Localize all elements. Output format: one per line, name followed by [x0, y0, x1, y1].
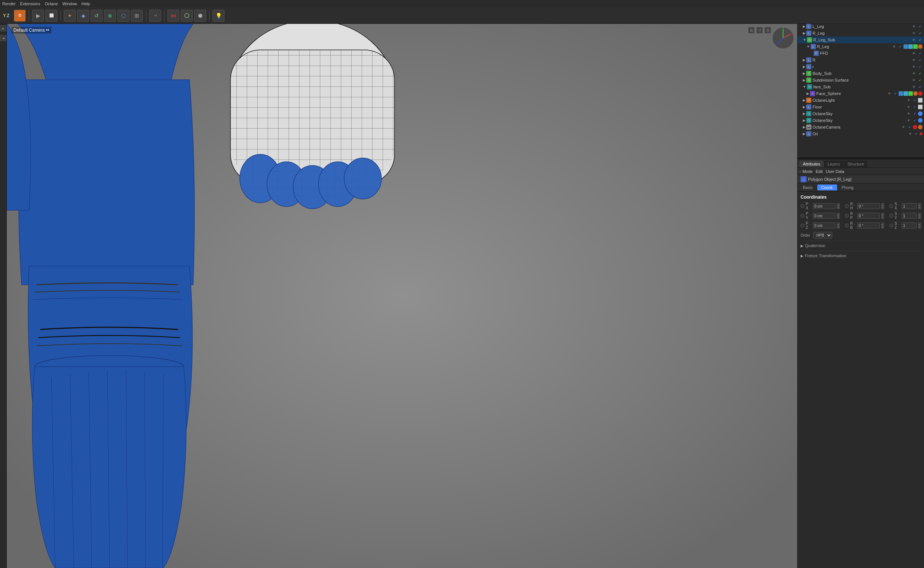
- enable-btn[interactable]: ✔: [913, 131, 919, 136]
- menu-help[interactable]: Help: [81, 2, 90, 6]
- visibility-btn[interactable]: 👁: [906, 111, 911, 116]
- left-tool-2[interactable]: ◀: [0, 35, 6, 41]
- viewport[interactable]: Default Camera •• X Y Z ⊞ ↺ ⚙: [7, 24, 797, 568]
- freeze-transformation-header[interactable]: ▶ Freeze Transformation: [801, 253, 921, 259]
- radio-sz[interactable]: [889, 224, 893, 227]
- viewport-settings-btn[interactable]: ⚙: [764, 27, 771, 33]
- input-rh[interactable]: [857, 203, 880, 209]
- spin-up-px[interactable]: ▲: [837, 204, 839, 206]
- list-item[interactable]: ▶ S Body_Sub 👁 ✔: [798, 70, 924, 77]
- list-item[interactable]: ▼ L R_Leg 👁 ✔: [798, 43, 924, 50]
- rotate-btn[interactable]: ↺: [91, 10, 103, 22]
- subtab-phong[interactable]: Phong: [838, 184, 857, 190]
- render-region-btn[interactable]: ⬜: [45, 10, 57, 22]
- axis-btn[interactable]: ⊣: [149, 10, 161, 22]
- grid-btn[interactable]: ⊞: [131, 10, 143, 22]
- input-rp[interactable]: [857, 213, 880, 219]
- input-sz[interactable]: [901, 222, 916, 228]
- enable-btn[interactable]: ✔: [917, 30, 922, 36]
- attr-menu-edit[interactable]: Edit: [815, 169, 823, 174]
- list-item-subdivision-surface[interactable]: ▶ S Subdivision Surface 👁 ✔: [798, 77, 924, 83]
- enable-btn[interactable]: ✔: [912, 118, 917, 123]
- spin-up-sz[interactable]: ▲: [918, 223, 921, 225]
- sculpt-btn[interactable]: ⬢: [194, 10, 206, 22]
- render-btn[interactable]: ▶: [32, 10, 44, 22]
- radio-pz[interactable]: [801, 224, 804, 227]
- attr-menu-userdata[interactable]: User Data: [826, 169, 844, 174]
- spin-rb[interactable]: ▲ ▼: [881, 222, 884, 228]
- quaternion-header[interactable]: ▶ Quaternion: [801, 243, 921, 249]
- visibility-btn[interactable]: 👁: [906, 118, 911, 123]
- spin-rh[interactable]: ▲ ▼: [881, 203, 884, 209]
- visibility-btn[interactable]: 👁: [907, 131, 913, 136]
- spin-pz[interactable]: ▲ ▼: [837, 222, 840, 228]
- spin-up-sy[interactable]: ▲: [918, 213, 921, 216]
- spin-down-pz[interactable]: ▼: [837, 225, 839, 228]
- list-item[interactable]: ▶ A Face_Sphere 👁 ✔: [798, 90, 924, 97]
- list-item[interactable]: ▶ O OctaneSky 👁 ✔: [798, 117, 924, 124]
- enable-btn[interactable]: ✔: [917, 64, 922, 69]
- enable-btn[interactable]: ✔: [907, 124, 912, 130]
- menu-window[interactable]: Window: [62, 2, 77, 6]
- scale-btn[interactable]: ⊕: [104, 10, 116, 22]
- visibility-btn[interactable]: 👁: [911, 57, 916, 63]
- list-item[interactable]: ▶ 📷 OctaneCamera 👁 ✔: [798, 124, 924, 130]
- spin-sx[interactable]: ▲ ▼: [918, 203, 921, 209]
- menu-extensions[interactable]: Extensions: [20, 2, 40, 6]
- spin-rp[interactable]: ▲ ▼: [881, 213, 884, 219]
- input-sy[interactable]: [901, 213, 916, 219]
- enable-btn[interactable]: ✔: [912, 111, 917, 116]
- visibility-btn[interactable]: 👁: [906, 104, 911, 110]
- visibility-btn[interactable]: 👁: [911, 84, 916, 89]
- input-sx[interactable]: [901, 203, 916, 209]
- visibility-btn[interactable]: 👁: [901, 124, 906, 130]
- list-item[interactable]: ▶ L Ori 👁 ✔: [798, 130, 924, 137]
- visibility-btn[interactable]: 👁: [911, 71, 916, 76]
- menu-octane[interactable]: Octane: [45, 2, 58, 6]
- spin-up-rp[interactable]: ▲: [882, 213, 884, 216]
- enable-btn[interactable]: ✔: [917, 77, 922, 83]
- attr-menu-mode[interactable]: ≡ Mode: [799, 169, 812, 174]
- visibility-btn[interactable]: 👁: [911, 64, 916, 69]
- spin-down-rh[interactable]: ▼: [882, 206, 884, 209]
- spin-up-sx[interactable]: ▲: [918, 204, 921, 206]
- order-select[interactable]: HPB PHB BPH: [813, 232, 832, 239]
- visibility-btn[interactable]: 👁: [906, 98, 911, 103]
- spin-up-rb[interactable]: ▲: [882, 223, 884, 225]
- enable-btn[interactable]: ✔: [917, 51, 922, 56]
- list-item[interactable]: ▼ S R_Leg_Sub 👁 ✔: [798, 36, 924, 43]
- spin-sy[interactable]: ▲ ▼: [918, 213, 921, 219]
- radio-sx[interactable]: [889, 204, 893, 208]
- polygon-btn[interactable]: ⬡: [118, 10, 129, 22]
- enable-btn[interactable]: ✔: [917, 37, 922, 42]
- enable-btn[interactable]: ✔: [912, 98, 917, 103]
- enable-btn[interactable]: ✔: [917, 57, 922, 63]
- list-item[interactable]: ▶ L R_Leg 👁 ✔: [798, 30, 924, 36]
- move-btn[interactable]: ✦: [64, 10, 76, 22]
- spin-down-py[interactable]: ▼: [837, 216, 839, 218]
- list-item[interactable]: ▶ L R 👁 ✔: [798, 57, 924, 63]
- list-item[interactable]: ▶ L r 👁 ✔: [798, 63, 924, 70]
- left-tool-1[interactable]: ▶: [0, 25, 6, 31]
- tab-layers[interactable]: Layers: [824, 161, 844, 167]
- spin-down-rp[interactable]: ▼: [882, 216, 884, 218]
- visibility-btn[interactable]: 👁: [911, 77, 916, 83]
- spin-down-rb[interactable]: ▼: [882, 225, 884, 228]
- spin-up-pz[interactable]: ▲: [837, 223, 839, 225]
- tab-attributes[interactable]: Attributes: [799, 161, 824, 167]
- spin-down-px[interactable]: ▼: [837, 206, 839, 209]
- input-py[interactable]: [813, 213, 835, 219]
- spin-down-sy[interactable]: ▼: [918, 216, 921, 218]
- radio-sy[interactable]: [889, 214, 893, 218]
- visibility-btn[interactable]: 👁: [911, 24, 916, 29]
- paint-btn[interactable]: ⬡: [181, 10, 193, 22]
- spin-down-sx[interactable]: ▼: [918, 206, 921, 209]
- radio-rh[interactable]: [845, 204, 849, 208]
- visibility-btn[interactable]: 👁: [911, 30, 916, 36]
- tab-structure[interactable]: Structure: [844, 161, 868, 167]
- radio-px[interactable]: [801, 204, 804, 208]
- list-item[interactable]: ▶ O OctaneSky 👁 ✔: [798, 110, 924, 117]
- input-rb[interactable]: [857, 222, 880, 228]
- visibility-btn[interactable]: 👁: [887, 91, 892, 96]
- enable-btn[interactable]: ✔: [893, 91, 898, 96]
